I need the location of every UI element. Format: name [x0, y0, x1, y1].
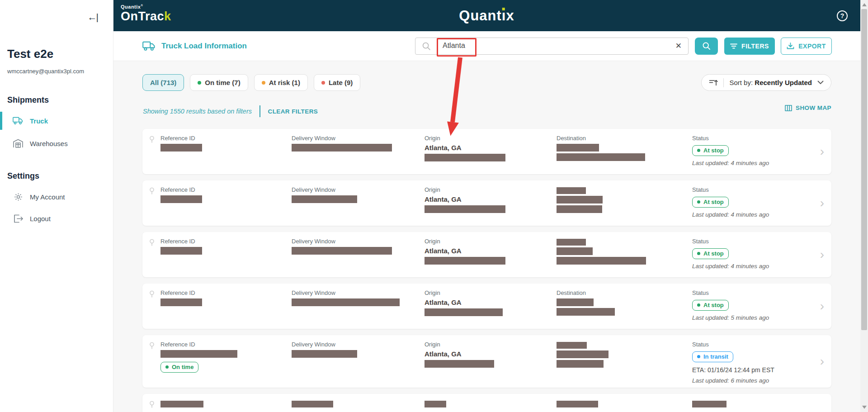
col-reference-id: Reference ID — [160, 284, 287, 329]
sidebar-item-truck[interactable]: Truck — [0, 111, 113, 131]
col-origin: OriginAtlanta, GA — [425, 284, 552, 329]
load-card[interactable] — [142, 394, 831, 412]
col-label: Origin — [425, 289, 552, 296]
col-status: StatusAt stopLast updated: 4 minutes ago — [692, 180, 810, 226]
last-updated-text: Last updated: 5 minutes ago — [692, 314, 810, 321]
warehouse-icon — [13, 138, 24, 148]
section-heading-shipments: Shipments — [7, 95, 49, 105]
status-dot — [697, 149, 700, 152]
clear-filters-button[interactable]: CLEAR FILTERS — [268, 108, 318, 115]
scrollbar-thumb[interactable] — [861, 9, 867, 330]
clear-search-icon[interactable]: ✕ — [675, 41, 682, 51]
sidebar-item-my-account[interactable]: My Account — [0, 187, 113, 207]
chip-label: Late (9) — [329, 79, 353, 86]
scroll-up-button[interactable] — [862, 3, 867, 6]
page-title: Truck Load Information — [142, 41, 247, 51]
user-name: Test e2e — [7, 47, 53, 61]
load-card[interactable]: Reference IDDelivery WindowOriginAtlanta… — [142, 129, 831, 174]
status-dot — [165, 365, 169, 369]
filters-button[interactable]: FILTERS — [724, 38, 775, 55]
col-origin — [425, 394, 552, 412]
origin-city: Atlanta, GA — [425, 247, 552, 255]
col-label: Delivery Window — [292, 186, 420, 193]
redacted-bar — [292, 195, 357, 203]
load-card[interactable]: Reference IDOn timeDelivery WindowOrigin… — [142, 335, 831, 388]
chip-label: On time (7) — [205, 79, 240, 86]
filter-chip-on-time[interactable]: On time (7) — [190, 74, 248, 91]
load-list: Reference IDDelivery WindowOriginAtlanta… — [142, 129, 831, 412]
col-destination — [557, 180, 688, 226]
col-label: Reference ID — [160, 238, 287, 245]
search-button[interactable] — [695, 38, 718, 55]
pin-icon — [149, 342, 155, 350]
redacted-bar — [425, 154, 505, 161]
load-card[interactable]: Reference IDDelivery WindowOriginAtlanta… — [142, 232, 831, 277]
load-card[interactable]: Reference IDDelivery WindowOriginAtlanta… — [142, 284, 831, 329]
col-label: Origin — [425, 238, 552, 245]
scroll-down-button[interactable] — [862, 406, 867, 409]
search-input[interactable]: Atlanta ✕ — [415, 38, 689, 55]
chevron-right-icon[interactable]: › — [820, 300, 824, 313]
load-card[interactable]: Reference IDDelivery WindowOriginAtlanta… — [142, 180, 831, 226]
redacted-bar — [292, 144, 392, 152]
redacted-bar — [425, 401, 446, 407]
redacted-bar — [557, 257, 646, 265]
redacted-bar — [557, 342, 587, 349]
download-icon — [787, 43, 794, 50]
vertical-scrollbar[interactable] — [860, 0, 868, 412]
help-icon[interactable]: ? — [837, 10, 848, 21]
status-badge-label: In transit — [703, 353, 728, 360]
redacted-bar — [557, 298, 594, 306]
chevron-right-icon[interactable]: › — [820, 355, 824, 368]
chevron-right-icon[interactable]: › — [820, 197, 824, 209]
col-label: Delivery Window — [292, 238, 420, 245]
eta-text: ETA: 01/16/24 12:44 pm EST — [692, 366, 810, 374]
origin-city: Atlanta, GA — [425, 350, 552, 358]
divider — [723, 78, 724, 87]
redacted-bar — [557, 196, 603, 204]
status-badge-label: At stop — [703, 250, 724, 257]
sort-dropdown[interactable]: Sort by: Recently Updated — [701, 74, 831, 91]
pin-icon — [149, 239, 155, 247]
col-label: Reference ID — [160, 289, 287, 296]
section-heading-settings: Settings — [7, 171, 39, 181]
chevron-down-icon — [817, 81, 824, 85]
col-label: Status — [692, 289, 810, 296]
divider — [259, 105, 260, 117]
col-status — [692, 394, 810, 412]
col-status: StatusAt stopLast updated: 4 minutes ago — [692, 129, 810, 174]
col-label: Reference ID — [160, 341, 287, 348]
ontrack-logo: Quantix® OnTrack — [121, 4, 171, 23]
filter-chip-at-risk[interactable]: At risk (1) — [254, 74, 308, 91]
col-status: StatusAt stopLast updated: 4 minutes ago — [692, 232, 810, 277]
filter-chip-late[interactable]: Late (9) — [314, 74, 360, 91]
export-button[interactable]: EXPORT — [781, 38, 832, 55]
last-updated-text: Last updated: 4 minutes ago — [692, 211, 810, 218]
sidebar-item-logout[interactable]: Logout — [0, 208, 113, 228]
redacted-bar — [425, 360, 494, 368]
sort-icon — [709, 79, 718, 86]
search-value: Atlanta — [443, 42, 465, 50]
chevron-right-icon[interactable]: › — [820, 248, 824, 261]
col-reference-id: Reference ID — [160, 232, 287, 277]
status-dot — [321, 81, 325, 85]
sort-value: Recently Updated — [755, 79, 812, 86]
content-region: All (713)On time (7)At risk (1)Late (9) … — [113, 61, 860, 412]
col-destination: Destination — [557, 284, 688, 329]
col-status: StatusIn transitETA: 01/16/24 12:44 pm E… — [692, 335, 810, 388]
status-dot — [262, 81, 265, 85]
status-dot — [697, 200, 700, 204]
show-map-button[interactable]: SHOW MAP — [785, 104, 831, 111]
pin-icon — [149, 290, 155, 298]
col-label: Status — [692, 135, 810, 142]
sidebar-collapse-icon[interactable]: ←| — [88, 12, 98, 23]
col-label: Origin — [425, 186, 552, 193]
filter-chip-all[interactable]: All (713) — [142, 74, 184, 91]
quantix-wordmark: Quantıx — [459, 8, 514, 24]
status-badge-label: At stop — [703, 302, 724, 308]
chevron-right-icon[interactable]: › — [820, 145, 824, 158]
col-label: Delivery Window — [292, 341, 420, 348]
sidebar-item-warehouses[interactable]: Warehouses — [0, 133, 113, 153]
redacted-bar — [557, 144, 599, 152]
col-origin: OriginAtlanta, GA — [425, 232, 552, 277]
